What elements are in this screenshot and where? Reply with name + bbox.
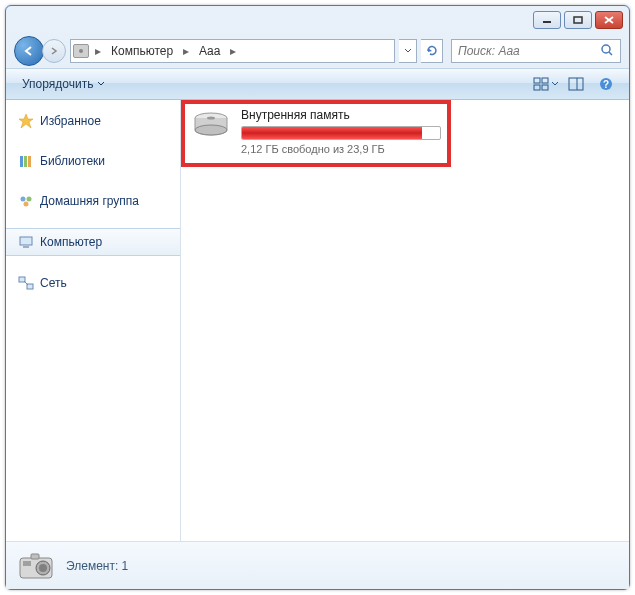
status-text: Элемент: 1 [66, 559, 128, 573]
sidebar-item-label: Домашняя группа [40, 194, 139, 208]
explorer-window: ▸ Компьютер ▸ Aaa ▸ Упорядочить ? Избран… [5, 5, 630, 590]
search-input[interactable] [458, 44, 600, 58]
search-icon [600, 43, 614, 60]
drive-icon [191, 108, 231, 140]
highlight-box: Внутренняя память 2,12 ГБ свободно из 23… [181, 100, 451, 167]
svg-text:?: ? [603, 79, 609, 90]
star-icon [18, 113, 34, 129]
address-dropdown[interactable] [399, 39, 417, 63]
libraries-icon [18, 153, 34, 169]
svg-line-6 [609, 52, 612, 55]
svg-rect-11 [569, 78, 583, 90]
sidebar-item-network[interactable]: Сеть [6, 270, 180, 296]
chevron-down-icon [97, 81, 105, 87]
device-icon [73, 44, 89, 58]
navigation-pane: Избранное Библиотеки Домашняя группа Ком… [6, 100, 181, 541]
svg-rect-17 [28, 156, 31, 167]
statusbar: Элемент: 1 [6, 541, 629, 589]
sidebar-item-computer[interactable]: Компьютер [6, 228, 180, 256]
svg-rect-10 [542, 85, 548, 90]
chevron-right-icon[interactable]: ▸ [181, 44, 191, 58]
svg-rect-7 [534, 78, 540, 83]
capacity-bar-fill [242, 127, 422, 139]
address-bar[interactable]: ▸ Компьютер ▸ Aaa ▸ [70, 39, 395, 63]
sidebar-item-label: Избранное [40, 114, 101, 128]
homegroup-icon [18, 193, 34, 209]
titlebar [6, 6, 629, 34]
nav-buttons [14, 36, 66, 66]
svg-rect-33 [31, 554, 39, 559]
svg-point-27 [195, 125, 227, 135]
sidebar-item-libraries[interactable]: Библиотеки [6, 148, 180, 174]
view-button[interactable] [533, 73, 559, 95]
chevron-right-icon[interactable]: ▸ [93, 44, 103, 58]
sidebar-item-favorites[interactable]: Избранное [6, 108, 180, 134]
help-button[interactable]: ? [593, 73, 619, 95]
content-pane[interactable]: Внутренняя память 2,12 ГБ свободно из 23… [181, 100, 629, 541]
svg-point-18 [21, 197, 26, 202]
svg-point-28 [207, 117, 215, 120]
preview-pane-button[interactable] [563, 73, 589, 95]
svg-rect-9 [534, 85, 540, 90]
drive-item[interactable]: Внутренняя память 2,12 ГБ свободно из 23… [191, 108, 441, 155]
body: Избранное Библиотеки Домашняя группа Ком… [6, 100, 629, 541]
toolbar: Упорядочить ? [6, 68, 629, 100]
camera-icon [16, 548, 56, 584]
svg-rect-22 [23, 246, 29, 248]
forward-button[interactable] [42, 39, 66, 63]
svg-rect-8 [542, 78, 548, 83]
breadcrumb-computer[interactable]: Компьютер [107, 44, 177, 58]
back-button[interactable] [14, 36, 44, 66]
computer-icon [18, 234, 34, 250]
svg-point-19 [27, 197, 32, 202]
refresh-button[interactable] [421, 39, 443, 63]
svg-point-31 [39, 564, 47, 572]
svg-point-5 [602, 45, 610, 53]
navigation-row: ▸ Компьютер ▸ Aaa ▸ [6, 34, 629, 68]
sidebar-item-label: Библиотеки [40, 154, 105, 168]
organize-button[interactable]: Упорядочить [14, 74, 113, 94]
svg-line-25 [24, 281, 28, 285]
close-button[interactable] [595, 11, 623, 29]
search-box[interactable] [451, 39, 621, 63]
minimize-button[interactable] [533, 11, 561, 29]
svg-rect-15 [20, 156, 23, 167]
maximize-button[interactable] [564, 11, 592, 29]
sidebar-item-label: Сеть [40, 276, 67, 290]
capacity-bar [241, 126, 441, 140]
drive-info: Внутренняя память 2,12 ГБ свободно из 23… [241, 108, 441, 155]
sidebar-item-homegroup[interactable]: Домашняя группа [6, 188, 180, 214]
drive-stat: 2,12 ГБ свободно из 23,9 ГБ [241, 143, 441, 155]
svg-rect-1 [574, 17, 582, 23]
svg-rect-16 [24, 156, 27, 167]
svg-rect-32 [23, 561, 31, 566]
drive-name: Внутренняя память [241, 108, 441, 122]
svg-point-4 [79, 49, 83, 53]
breadcrumb-folder[interactable]: Aaa [195, 44, 224, 58]
chevron-right-icon[interactable]: ▸ [228, 44, 238, 58]
svg-point-20 [24, 202, 29, 207]
network-icon [18, 275, 34, 291]
svg-rect-21 [20, 237, 32, 245]
sidebar-item-label: Компьютер [40, 235, 102, 249]
organize-label: Упорядочить [22, 77, 93, 91]
